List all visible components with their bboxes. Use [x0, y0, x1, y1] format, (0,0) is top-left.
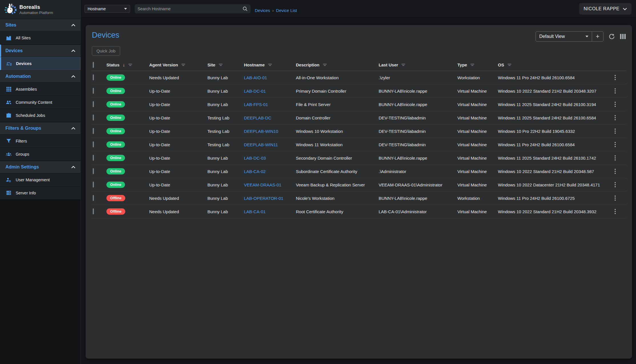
sidebar-section-sites[interactable]: Sites	[0, 19, 80, 31]
column-header-agent-version[interactable]: Agent Version	[148, 62, 206, 67]
breadcrumb-devices[interactable]: Devices	[255, 8, 270, 13]
row-menu-button[interactable]	[613, 74, 618, 81]
filter-icon[interactable]	[323, 63, 327, 67]
row-checkbox[interactable]	[93, 208, 94, 214]
hostname-link[interactable]: VEEAM-DRAAS-01	[244, 182, 281, 187]
row-checkbox[interactable]	[93, 182, 94, 188]
last-user-cell: .\zyler	[377, 75, 456, 80]
site-cell: Bunny Lab	[206, 196, 243, 201]
sidebar-item-user-management[interactable]: User Management	[0, 173, 80, 186]
sidebar-item-devices[interactable]: Devices	[0, 57, 80, 70]
column-header-status[interactable]: Status ↓	[105, 62, 148, 68]
search-icon[interactable]	[243, 6, 248, 11]
sidebar-item-filters[interactable]: Filters	[0, 135, 80, 148]
row-menu-button[interactable]	[613, 88, 618, 94]
row-checkbox[interactable]	[93, 88, 94, 94]
row-menu-button[interactable]	[613, 182, 618, 188]
filter-icon[interactable]	[470, 63, 475, 67]
row-menu-button[interactable]	[613, 168, 618, 174]
breadcrumb-device-list[interactable]: Device List	[276, 8, 297, 13]
hostname-link[interactable]: LAB-DC-03	[244, 156, 266, 160]
filter-icon[interactable]	[128, 63, 133, 67]
row-checkbox[interactable]	[93, 101, 94, 107]
status-badge: Online	[106, 168, 125, 174]
sidebar-item-label: User Management	[16, 178, 50, 182]
sidebar-section-admin-settings[interactable]: Admin Settings	[0, 161, 80, 173]
column-header-last-user[interactable]: Last User	[377, 62, 456, 67]
filter-icon[interactable]	[507, 63, 512, 67]
view-select-value: Default View	[539, 34, 565, 39]
kebab-icon	[615, 182, 616, 187]
user-menu-button[interactable]: NICOLE RAPPE	[579, 3, 631, 15]
row-checkbox[interactable]	[93, 155, 94, 161]
filter-icon[interactable]	[401, 63, 406, 67]
sidebar-item-all-sites[interactable]: All Sites	[0, 31, 80, 44]
sidebar-item-assemblies[interactable]: Assemblies	[0, 83, 80, 96]
search-box	[135, 4, 251, 13]
columns-button[interactable]	[620, 34, 626, 39]
filter-icon[interactable]	[181, 63, 186, 67]
hostname-link[interactable]: LAB-FPS-01	[244, 102, 268, 107]
description-cell: Windows 11 Workstation	[294, 142, 377, 147]
sidebar-item-scheduled-jobs[interactable]: Scheduled Jobs	[0, 109, 80, 122]
agent-version-cell: Up-to-Date	[148, 102, 206, 107]
row-menu-button[interactable]	[613, 128, 618, 134]
row-checkbox[interactable]	[93, 115, 94, 121]
row-checkbox[interactable]	[93, 141, 94, 147]
section-label: Filters & Groups	[5, 126, 41, 131]
hostname-link[interactable]: DEEPLAB-WIN11	[244, 142, 278, 147]
search-input[interactable]	[135, 7, 243, 11]
devices-icon	[6, 61, 12, 67]
sidebar-section-automation[interactable]: Automation	[0, 70, 80, 83]
sidebar-item-groups[interactable]: Groups	[0, 148, 80, 161]
description-cell: Domain Controller	[294, 115, 377, 120]
building-icon	[6, 35, 12, 41]
select-all-checkbox[interactable]	[93, 62, 94, 68]
filter-icon[interactable]	[268, 63, 272, 67]
os-cell: Windows 10 2022 Standard 21H2 Build 2034…	[496, 169, 613, 174]
sidebar-item-community-content[interactable]: Community Content	[0, 96, 80, 109]
brand-name: Borealis	[19, 4, 53, 10]
sidebar-item-label: Assemblies	[16, 87, 37, 91]
row-checkbox[interactable]	[93, 168, 94, 174]
row-menu-button[interactable]	[613, 115, 618, 121]
sidebar-section-filters-groups[interactable]: Filters & Groups	[0, 122, 80, 135]
people-icon	[6, 99, 12, 105]
table-row: Online Up-to-Date Bunny Lab LAB-DC-03 Se…	[91, 151, 626, 165]
row-checkbox[interactable]	[93, 128, 94, 134]
row-menu-button[interactable]	[613, 101, 618, 107]
quick-job-button[interactable]: Quick Job	[92, 46, 120, 56]
refresh-button[interactable]	[609, 33, 615, 40]
last-user-cell: DEV-TESTING\labadmin	[377, 115, 456, 120]
hostname-link[interactable]: LAB-OPERATOR-01	[244, 196, 283, 201]
hostname-link[interactable]: LAB-AIO-01	[244, 75, 267, 80]
view-select[interactable]: Default View	[536, 32, 592, 41]
column-header-description[interactable]: Description	[294, 62, 377, 67]
last-user-cell: DEV-TESTING\labadmin	[377, 142, 456, 147]
hostname-link[interactable]: DEEPLAB-WIN10	[244, 129, 278, 134]
hostname-link[interactable]: LAB-CA-01	[244, 209, 266, 214]
add-view-button[interactable]: +	[592, 32, 603, 41]
hostname-link[interactable]: DEEPLAB-DC	[244, 115, 271, 120]
row-menu-button[interactable]	[613, 155, 618, 161]
hostname-link[interactable]: LAB-CA-02	[244, 169, 266, 174]
row-menu-button[interactable]	[613, 195, 618, 201]
search-field-select[interactable]: Hostname	[84, 5, 130, 13]
kebab-icon	[615, 142, 616, 147]
section-label: Admin Settings	[5, 164, 39, 170]
column-header-site[interactable]: Site	[206, 62, 243, 67]
row-checkbox[interactable]	[93, 195, 94, 201]
filter-icon[interactable]	[219, 63, 223, 67]
sidebar-item-server-info[interactable]: Server Info	[0, 186, 80, 200]
status-badge: Online	[106, 88, 125, 94]
column-header-hostname[interactable]: Hostname	[243, 62, 294, 67]
row-checkbox[interactable]	[93, 74, 94, 80]
hostname-link[interactable]: LAB-DC-01	[244, 89, 266, 93]
column-header-type[interactable]: Type	[456, 62, 496, 67]
device-table-body: Online Needs Updated Bunny Lab LAB-AIO-0…	[91, 71, 626, 218]
row-menu-button[interactable]	[613, 208, 618, 215]
column-header-os[interactable]: OS	[496, 62, 613, 67]
agent-version-cell: Up-to-Date	[148, 89, 206, 93]
sidebar-section-devices[interactable]: Devices	[0, 44, 80, 57]
row-menu-button[interactable]	[613, 141, 618, 148]
